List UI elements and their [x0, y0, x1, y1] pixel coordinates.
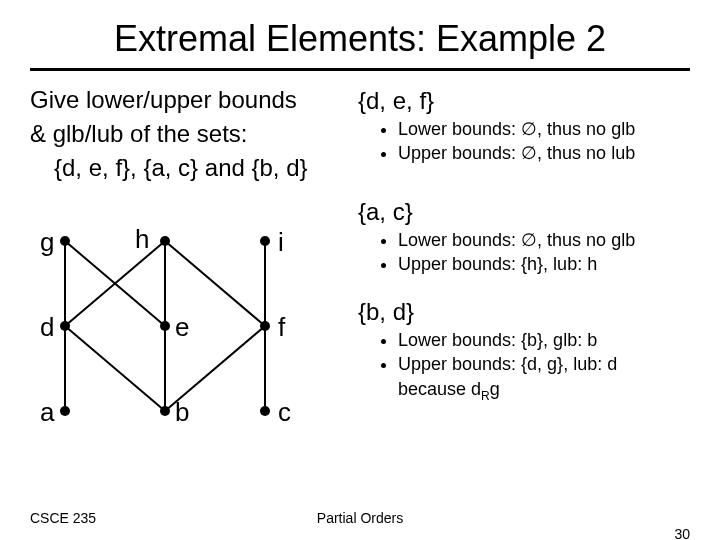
prompt-line-3: {d, e, f}, {a, c} and {b, d}: [30, 153, 350, 183]
set3-bullets: Lower bounds: {b}, glb: b Upper bounds: …: [358, 328, 690, 403]
footer: CSCE 235 Partial Orders 30: [0, 510, 720, 526]
set3-b2-pre: Upper bounds: {d, g}, lub: d because d: [398, 354, 617, 398]
footer-course: CSCE 235: [30, 510, 96, 526]
svg-point-13: [260, 236, 270, 246]
set2-head: {a, c}: [358, 198, 690, 226]
set3-b1: Lower bounds: {b}, glb: b: [398, 328, 690, 352]
node-f: f: [278, 314, 285, 340]
node-i: i: [278, 229, 284, 255]
node-c: c: [278, 399, 291, 425]
svg-point-18: [160, 406, 170, 416]
slide-title: Extremal Elements: Example 2: [0, 0, 720, 68]
set1-head: {d, e, f}: [358, 87, 690, 115]
set3-b2: Upper bounds: {d, g}, lub: d because dRg: [398, 352, 690, 403]
set1-b2: Upper bounds: ∅, thus no lub: [398, 141, 690, 165]
svg-point-19: [260, 406, 270, 416]
set3-b2-sub: R: [481, 388, 490, 402]
svg-point-12: [160, 236, 170, 246]
prompt-line-1: Give lower/upper bounds: [30, 85, 350, 115]
node-b: b: [175, 399, 189, 425]
prompt-line-2: & glb/lub of the sets:: [30, 119, 350, 149]
node-g: g: [40, 229, 54, 255]
svg-point-11: [60, 236, 70, 246]
title-rule: [30, 68, 690, 71]
footer-page: 30: [674, 526, 690, 540]
set3-b2-post: g: [490, 379, 500, 399]
content-area: Give lower/upper bounds & glb/lub of the…: [0, 85, 720, 451]
svg-point-15: [160, 321, 170, 331]
node-d: d: [40, 314, 54, 340]
set3-head: {b, d}: [358, 298, 690, 326]
set1-bullets: Lower bounds: ∅, thus no glb Upper bound…: [358, 117, 690, 166]
set2-bullets: Lower bounds: ∅, thus no glb Upper bound…: [358, 228, 690, 277]
set2-b2: Upper bounds: {h}, lub: h: [398, 252, 690, 276]
footer-topic: Partial Orders: [0, 510, 720, 526]
left-column: Give lower/upper bounds & glb/lub of the…: [30, 85, 350, 451]
svg-line-7: [65, 326, 165, 411]
node-e: e: [175, 314, 189, 340]
set2-b1: Lower bounds: ∅, thus no glb: [398, 228, 690, 252]
node-a: a: [40, 399, 54, 425]
hasse-diagram: g h i d e f a b c: [30, 211, 320, 451]
svg-point-14: [60, 321, 70, 331]
set1-b1: Lower bounds: ∅, thus no glb: [398, 117, 690, 141]
svg-point-17: [60, 406, 70, 416]
right-column: {d, e, f} Lower bounds: ∅, thus no glb U…: [350, 85, 690, 451]
node-h: h: [135, 226, 149, 252]
svg-point-16: [260, 321, 270, 331]
